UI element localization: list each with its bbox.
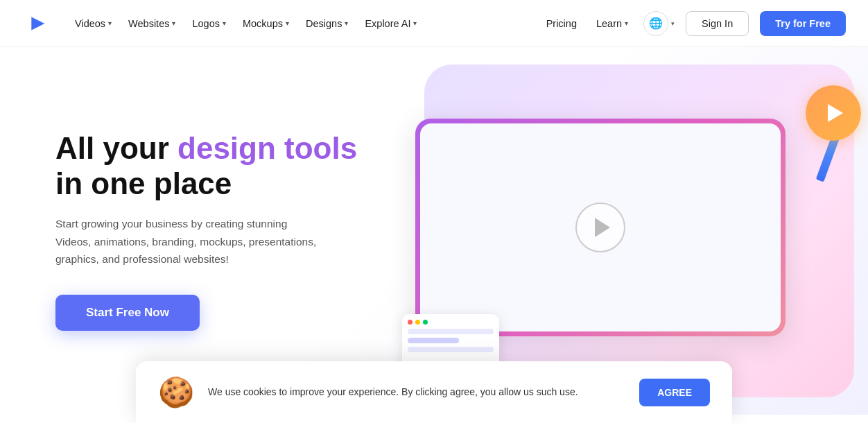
- cookie-message: We use cookies to improve your experienc…: [208, 385, 625, 399]
- language-selector[interactable]: 🌐 ▾: [643, 11, 675, 36]
- cookie-icon: 🍪: [158, 375, 194, 409]
- nav-item-mockups[interactable]: Mockups ▾: [236, 12, 296, 35]
- chevron-down-icon: ▾: [172, 19, 175, 27]
- navbar: Videos ▾ Websites ▾ Logos ▾ Mockups ▾ De…: [0, 0, 868, 47]
- orange-play-button[interactable]: [806, 85, 861, 141]
- chevron-down-icon: ▾: [286, 19, 289, 27]
- nav-item-websites[interactable]: Websites ▾: [121, 12, 182, 35]
- globe-button[interactable]: 🌐: [643, 11, 668, 36]
- hero-content: All your design tools in one place Start…: [55, 131, 388, 331]
- dot-red: [408, 320, 413, 325]
- play-button-circle[interactable]: [575, 202, 625, 252]
- logo[interactable]: [22, 10, 49, 37]
- nav-label-videos: Videos: [75, 18, 105, 29]
- chevron-down-icon: ▾: [671, 20, 675, 27]
- chevron-down-icon: ▾: [345, 19, 348, 27]
- nav-learn-label: Learn: [596, 18, 622, 29]
- video-card[interactable]: [415, 119, 785, 336]
- mockup-line-full: [408, 329, 494, 334]
- nav-item-designs[interactable]: Designs ▾: [299, 12, 355, 35]
- play-icon: [595, 218, 610, 237]
- cookie-agree-button[interactable]: AGREE: [639, 379, 710, 406]
- dot-green: [423, 320, 428, 325]
- nav-item-explore-ai[interactable]: Explore AI ▾: [358, 12, 424, 35]
- hero-visual: ≡: [388, 85, 813, 377]
- nav-label-websites: Websites: [128, 18, 169, 29]
- play-icon: [828, 104, 843, 122]
- dot-yellow: [415, 320, 420, 325]
- cookie-banner: 🍪 We use cookies to improve your experie…: [136, 361, 732, 415]
- nav-label-logos: Logos: [192, 18, 220, 29]
- globe-icon: 🌐: [649, 17, 663, 30]
- mockup-line-short: [408, 338, 459, 343]
- chevron-down-icon: ▾: [223, 19, 226, 27]
- video-preview: [420, 123, 781, 331]
- nav-label-mockups: Mockups: [243, 18, 283, 29]
- chevron-down-icon: ▾: [413, 19, 417, 27]
- mockup-content-lines: [408, 329, 494, 352]
- start-free-button[interactable]: Start Free Now: [55, 295, 200, 331]
- nav-label-designs: Designs: [306, 18, 342, 29]
- try-for-free-button[interactable]: Try for Free: [760, 11, 846, 36]
- hero-section: All your design tools in one place Start…: [0, 47, 868, 415]
- mockup-window-dots: [408, 320, 494, 325]
- nav-pricing[interactable]: Pricing: [542, 12, 581, 35]
- nav-learn[interactable]: Learn ▾: [592, 12, 632, 35]
- hero-description: Start growing your business by creating …: [55, 215, 319, 268]
- signin-button[interactable]: Sign In: [686, 11, 749, 36]
- nav-item-videos[interactable]: Videos ▾: [68, 12, 119, 35]
- nav-links: Videos ▾ Websites ▾ Logos ▾ Mockups ▾ De…: [68, 12, 542, 35]
- hero-title: All your design tools in one place: [55, 131, 388, 201]
- nav-item-logos[interactable]: Logos ▾: [185, 12, 233, 35]
- nav-right: Pricing Learn ▾ 🌐 ▾ Sign In Try for Free: [542, 11, 846, 36]
- hero-title-highlight-design: design tools: [177, 131, 357, 165]
- mockup-line-full-2: [408, 347, 494, 352]
- chevron-down-icon: ▾: [625, 19, 628, 27]
- nav-label-explore-ai: Explore AI: [365, 18, 410, 29]
- chevron-down-icon: ▾: [108, 19, 112, 27]
